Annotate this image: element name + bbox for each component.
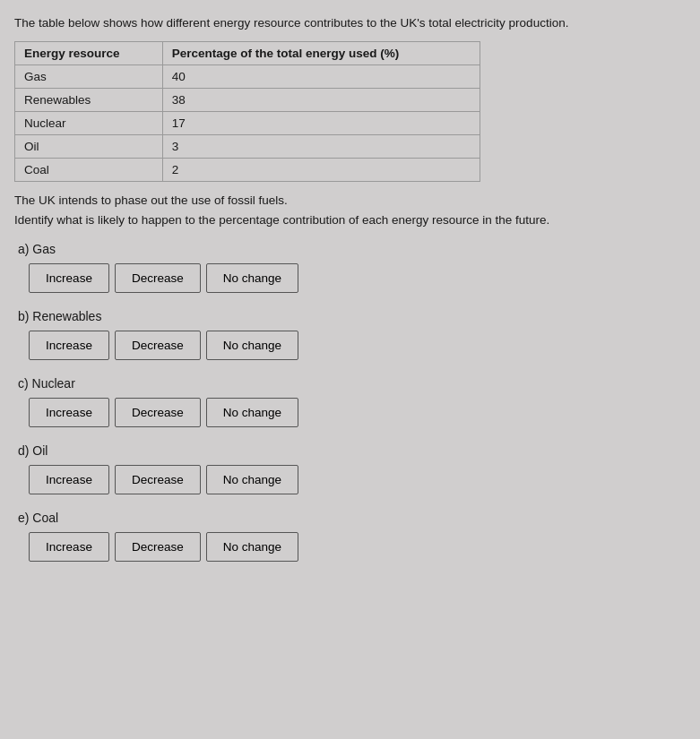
- button-row-coal: IncreaseDecreaseNo change: [29, 532, 686, 562]
- table-cell-percentage: 40: [162, 65, 480, 89]
- table-cell-resource: Nuclear: [15, 112, 163, 135]
- decrease-button-renewables[interactable]: Decrease: [115, 331, 201, 360]
- button-row-nuclear: IncreaseDecreaseNo change: [29, 398, 686, 427]
- table-cell-resource: Oil: [15, 135, 163, 159]
- table-cell-resource: Renewables: [15, 89, 163, 112]
- table-cell-resource: Gas: [15, 65, 163, 89]
- question-label-coal: e) Coal: [18, 511, 686, 525]
- no_change-button-oil[interactable]: No change: [206, 465, 298, 494]
- table-cell-percentage: 17: [162, 112, 480, 135]
- question-label-gas: a) Gas: [18, 242, 686, 256]
- increase-button-renewables[interactable]: Increase: [29, 331, 109, 360]
- increase-button-oil[interactable]: Increase: [29, 465, 109, 494]
- question-block-nuclear: c) NuclearIncreaseDecreaseNo change: [14, 376, 686, 427]
- decrease-button-nuclear[interactable]: Decrease: [115, 398, 201, 427]
- energy-table: Energy resource Percentage of the total …: [14, 41, 480, 182]
- button-row-gas: IncreaseDecreaseNo change: [29, 263, 686, 293]
- decrease-button-coal[interactable]: Decrease: [115, 532, 201, 562]
- question-block-renewables: b) RenewablesIncreaseDecreaseNo change: [14, 309, 686, 360]
- table-cell-resource: Coal: [15, 159, 163, 182]
- table-header-resource: Energy resource: [15, 42, 163, 65]
- button-row-oil: IncreaseDecreaseNo change: [29, 465, 686, 494]
- increase-button-gas[interactable]: Increase: [29, 263, 109, 293]
- no_change-button-nuclear[interactable]: No change: [206, 398, 298, 427]
- question-text-2: Identify what is likely to happen to the…: [14, 213, 549, 227]
- table-cell-percentage: 38: [162, 89, 480, 112]
- no_change-button-renewables[interactable]: No change: [206, 331, 298, 360]
- decrease-button-gas[interactable]: Decrease: [115, 263, 201, 293]
- table-cell-percentage: 3: [162, 135, 480, 159]
- question-block-gas: a) GasIncreaseDecreaseNo change: [14, 242, 686, 293]
- decrease-button-oil[interactable]: Decrease: [115, 465, 201, 494]
- table-header-percentage: Percentage of the total energy used (%): [162, 42, 480, 65]
- question-label-nuclear: c) Nuclear: [18, 376, 686, 391]
- button-row-renewables: IncreaseDecreaseNo change: [29, 331, 686, 360]
- question-label-renewables: b) Renewables: [18, 309, 686, 323]
- question-block-coal: e) CoalIncreaseDecreaseNo change: [14, 511, 686, 562]
- intro-text: The table below shows how different ener…: [14, 14, 686, 32]
- increase-button-coal[interactable]: Increase: [29, 532, 109, 562]
- increase-button-nuclear[interactable]: Increase: [29, 398, 109, 427]
- question-context: The UK intends to phase out the use of f…: [14, 191, 686, 229]
- question-block-oil: d) OilIncreaseDecreaseNo change: [14, 443, 686, 494]
- question-label-oil: d) Oil: [18, 443, 686, 458]
- question-text-1: The UK intends to phase out the use of f…: [14, 193, 288, 207]
- no_change-button-gas[interactable]: No change: [206, 263, 298, 293]
- no_change-button-coal[interactable]: No change: [206, 532, 298, 562]
- table-cell-percentage: 2: [162, 159, 480, 182]
